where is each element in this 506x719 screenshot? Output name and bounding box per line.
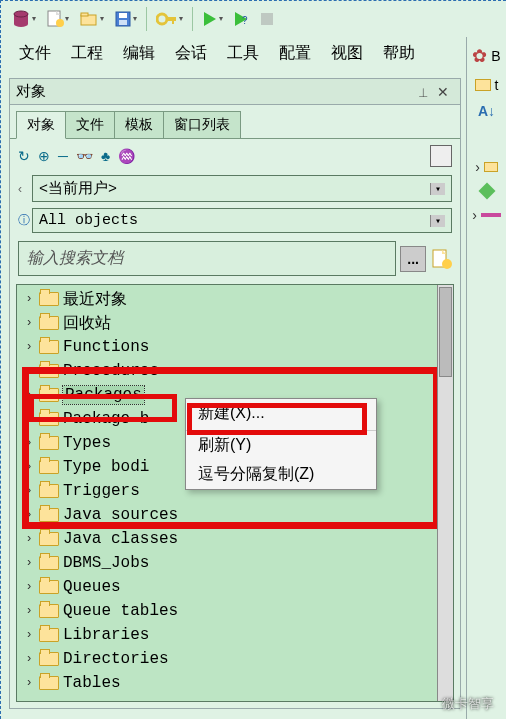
chevron-down-icon: ▾ <box>32 15 36 23</box>
ctx-refresh[interactable]: 刷新(Y) <box>186 431 376 460</box>
svg-rect-8 <box>81 13 88 16</box>
separator <box>146 7 147 31</box>
key-icon <box>156 11 178 27</box>
folder-icon <box>39 556 59 570</box>
preview-box[interactable] <box>430 145 452 167</box>
close-icon[interactable]: ✕ <box>432 84 454 100</box>
back-icon[interactable]: ‹ <box>18 182 32 196</box>
folder-icon <box>39 412 59 426</box>
user-dropdown-value: <当前用户> <box>39 179 117 198</box>
tree-node: ›Queue tables <box>17 599 453 623</box>
tree-node: ›Libraries <box>17 623 453 647</box>
db-connect-button[interactable]: ▾ <box>7 6 40 32</box>
play-icon <box>202 10 218 28</box>
run-button[interactable]: ▾ <box>198 7 227 31</box>
svg-text:?: ? <box>242 15 248 26</box>
menu-help[interactable]: 帮助 <box>377 41 421 66</box>
menu-tools[interactable]: 工具 <box>221 41 265 66</box>
search-input[interactable]: 输入搜索文档 <box>18 241 396 276</box>
main-toolbar: ▾ ▾ ▾ ▾ ▾ ▾ ? <box>1 1 506 37</box>
chevron-down-icon: ▾ <box>430 215 445 227</box>
help-icon: ? <box>233 10 249 28</box>
menu-edit[interactable]: 编辑 <box>117 41 161 66</box>
folder-icon <box>39 604 59 618</box>
refresh-icon[interactable]: ↻ <box>18 148 30 164</box>
chevron-down-icon: ▾ <box>133 15 137 23</box>
folder-icon <box>484 162 498 172</box>
new-doc-icon <box>46 9 64 29</box>
folder-icon <box>39 340 59 354</box>
tree-node: ›Functions <box>17 335 453 359</box>
tab-objects[interactable]: 对象 <box>16 111 66 139</box>
right-item-diamond[interactable] <box>481 185 493 197</box>
open-button[interactable]: ▾ <box>75 7 108 31</box>
bar-icon <box>481 213 501 217</box>
save-button[interactable]: ▾ <box>110 7 141 31</box>
right-item-label: t <box>495 77 499 93</box>
right-item-sort[interactable]: A↓ <box>478 103 495 119</box>
svg-rect-10 <box>119 13 127 18</box>
right-side-strip: ✿ B t A↓ › › <box>466 37 506 719</box>
folder-icon <box>39 292 59 306</box>
tree-node: ›Java sources <box>17 503 453 527</box>
ctx-copy-csv[interactable]: 逗号分隔复制(Z) <box>186 460 376 489</box>
svg-marker-15 <box>204 12 216 26</box>
menu-view[interactable]: 视图 <box>325 41 369 66</box>
user-dropdown[interactable]: <当前用户> ▾ <box>32 175 452 202</box>
tree-container: ›最近对象 ›回收站 ›Functions ›Procedures ›Packa… <box>16 284 454 702</box>
new-doc-icon[interactable] <box>430 247 452 271</box>
new-file-button[interactable]: ▾ <box>42 6 73 32</box>
db-icon <box>11 9 31 29</box>
folder-icon <box>39 580 59 594</box>
diamond-icon <box>478 183 495 200</box>
right-item-b[interactable]: ✿ B <box>472 45 500 67</box>
chevron-down-icon: ▾ <box>219 15 223 23</box>
stop-button[interactable] <box>255 8 279 30</box>
object-tree[interactable]: ›最近对象 ›回收站 ›Functions ›Procedures ›Packa… <box>17 285 453 697</box>
scrollbar[interactable] <box>437 285 453 701</box>
expand-icon[interactable]: ⊕ <box>38 148 50 164</box>
folder-icon <box>39 436 59 450</box>
pin-icon[interactable]: ⟂ <box>414 84 432 100</box>
tab-windowlist[interactable]: 窗口列表 <box>163 111 241 138</box>
right-item-bar[interactable]: › <box>472 207 501 223</box>
menu-project[interactable]: 工程 <box>65 41 109 66</box>
menu-file[interactable]: 文件 <box>13 41 57 66</box>
menu-config[interactable]: 配置 <box>273 41 317 66</box>
tree-node: ›回收站 <box>17 311 453 335</box>
search-more-button[interactable]: ... <box>400 246 426 272</box>
panel-title: 对象 <box>16 82 414 101</box>
tree-node: ›Queues <box>17 575 453 599</box>
chevron-down-icon: ▾ <box>430 183 445 195</box>
right-item-expand[interactable]: › <box>475 159 498 175</box>
menu-session[interactable]: 会话 <box>169 41 213 66</box>
link-icon[interactable]: ♒ <box>118 148 135 164</box>
right-item-t[interactable]: t <box>475 77 499 93</box>
folder-icon <box>39 676 59 690</box>
search-row: 输入搜索文档 ... <box>10 237 460 284</box>
info-icon[interactable]: ⓘ <box>18 212 32 229</box>
key-button[interactable]: ▾ <box>152 8 187 30</box>
chevron-down-icon: ▾ <box>65 15 69 23</box>
objects-panel: 对象 ⟂ ✕ 对象 文件 模板 窗口列表 ↻ ⊕ ─ 👓 ♣ ♒ ‹ <当前用户… <box>9 78 461 709</box>
folder-icon <box>475 79 491 91</box>
tree-node: ›最近对象 <box>17 287 453 311</box>
open-icon <box>79 10 99 28</box>
stop-icon <box>259 11 275 27</box>
collapse-icon[interactable]: ─ <box>58 148 68 164</box>
folder-icon <box>39 316 59 330</box>
scope-dropdown[interactable]: All objects ▾ <box>32 208 452 233</box>
tab-templates[interactable]: 模板 <box>114 111 164 138</box>
binoculars-icon[interactable]: 👓 <box>76 148 93 164</box>
hierarchy-icon[interactable]: ♣ <box>101 148 110 164</box>
folder-icon <box>39 460 59 474</box>
tree-node: ›Directories <box>17 647 453 671</box>
svg-rect-14 <box>172 17 174 24</box>
panel-mini-toolbar: ↻ ⊕ ─ 👓 ♣ ♒ <box>10 139 460 173</box>
scrollbar-thumb[interactable] <box>439 287 452 377</box>
scope-dropdown-value: All objects <box>39 212 138 229</box>
tab-files[interactable]: 文件 <box>65 111 115 138</box>
ctx-new[interactable]: 新建(X)... <box>186 399 376 431</box>
debug-button[interactable]: ? <box>229 7 253 31</box>
svg-rect-11 <box>119 20 127 25</box>
